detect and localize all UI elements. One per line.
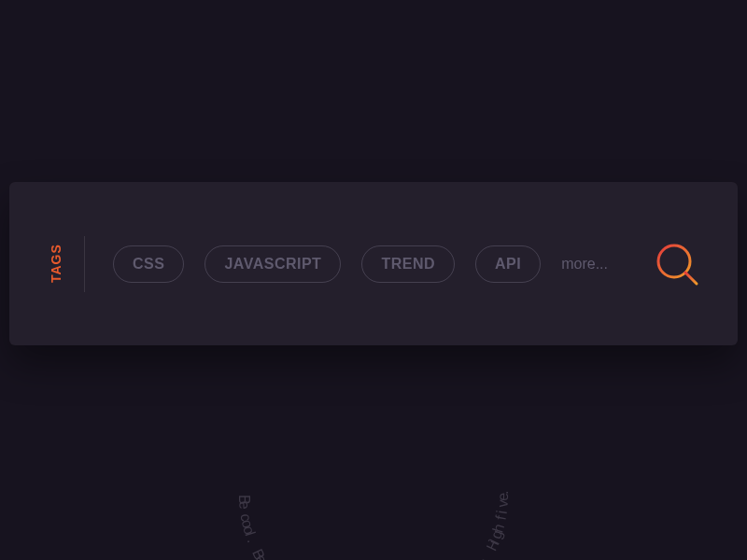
- more-link[interactable]: more...: [561, 256, 608, 273]
- tag-api[interactable]: API: [475, 245, 541, 283]
- svg-line-1: [685, 273, 697, 284]
- tag-javascript[interactable]: JAVASCRIPT: [204, 245, 341, 283]
- tag-css[interactable]: CSS: [113, 245, 184, 283]
- tag-trend[interactable]: TREND: [361, 245, 455, 283]
- tags-card: TAGS CSS JAVASCRIPT TREND API more...: [9, 182, 738, 345]
- divider: [84, 236, 85, 292]
- tag-row: CSS JAVASCRIPT TREND API more...: [113, 245, 654, 283]
- tags-label: TAGS: [49, 245, 63, 283]
- search-icon[interactable]: [654, 241, 700, 287]
